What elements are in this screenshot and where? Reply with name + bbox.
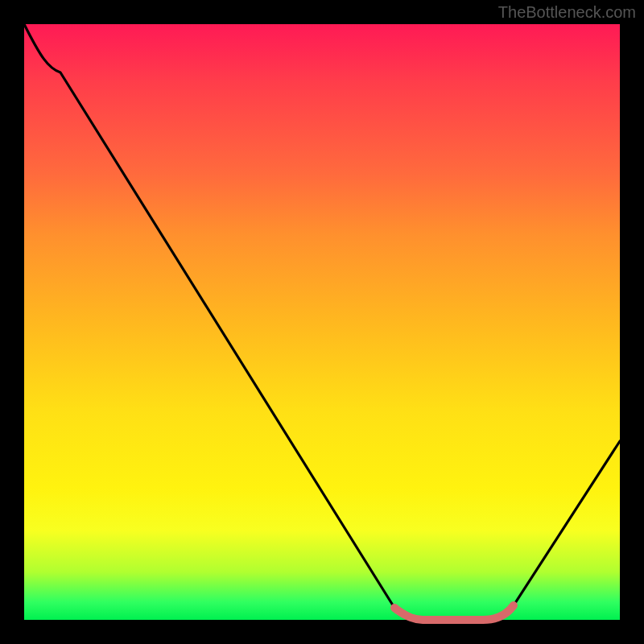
watermark-text: TheBottleneck.com — [498, 3, 636, 22]
plot-area — [24, 24, 620, 620]
curve-svg — [24, 24, 620, 620]
chart-container: TheBottleneck.com — [0, 0, 644, 644]
bottleneck-curve — [24, 24, 620, 620]
sweet-spot-highlight — [394, 605, 514, 620]
